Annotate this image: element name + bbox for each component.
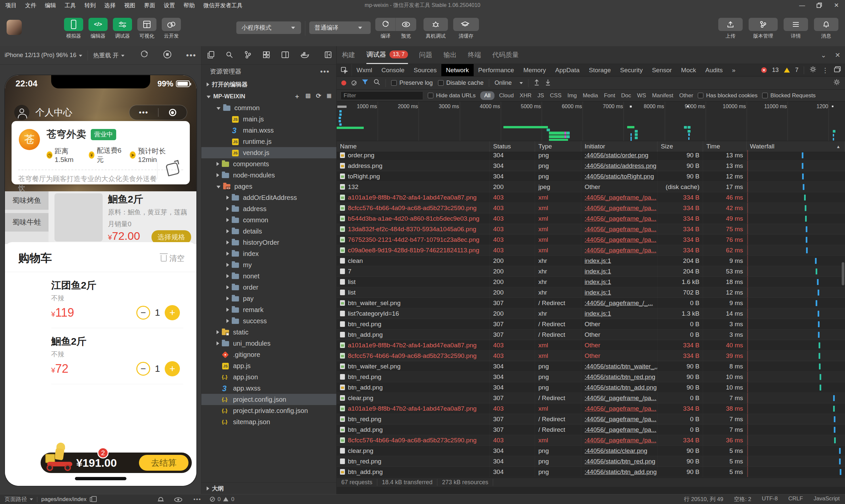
- source-control-icon[interactable]: [244, 51, 251, 60]
- initiator-link[interactable]: :44056/static/toRight.png: [584, 173, 654, 180]
- menu-item-选择[interactable]: 选择: [104, 2, 116, 9]
- devtools-tab-代码质量[interactable]: 代码质量: [492, 46, 519, 64]
- filter-input[interactable]: Filter: [341, 91, 423, 100]
- tree-item-uni_modules[interactable]: uni_modules: [201, 338, 336, 349]
- hide-data-urls-checkbox[interactable]: Hide data URLs: [428, 92, 476, 99]
- compile-button[interactable]: 编译: [375, 18, 396, 39]
- devtools-tab-调试器[interactable]: 调试器13, 7: [366, 46, 408, 64]
- collapse-devtools-icon[interactable]: ⌄: [821, 51, 826, 59]
- subtab-appdata[interactable]: AppData: [550, 64, 584, 76]
- filter-type-xhr[interactable]: XHR: [520, 92, 531, 99]
- clear-icon[interactable]: [352, 80, 356, 86]
- search-icon[interactable]: [226, 51, 233, 60]
- language-mode[interactable]: JavaScript: [814, 496, 840, 503]
- tree-item-address[interactable]: address: [201, 203, 336, 214]
- subtab-network[interactable]: Network: [441, 64, 474, 76]
- inspect-icon[interactable]: [337, 64, 352, 76]
- menu-item-视图[interactable]: 视图: [124, 2, 135, 9]
- messages-button[interactable]: 消息: [814, 18, 839, 39]
- compile-mode-select[interactable]: 普通编译: [309, 21, 371, 34]
- filter-type-img[interactable]: Img: [567, 92, 577, 99]
- subtab-mock[interactable]: Mock: [676, 64, 700, 76]
- restart-icon[interactable]: [141, 51, 148, 60]
- network-request-row[interactable]: a101a1e9-8f8b-47b2-afa4-1abd47ea0a87.png…: [337, 340, 845, 350]
- network-request-row[interactable]: clear.png307/ Redirect:44056/_pageframe_…: [337, 393, 845, 403]
- docker-icon[interactable]: [300, 52, 310, 59]
- decrease-qty-button[interactable]: −: [136, 306, 150, 320]
- network-overview-timeline[interactable]: 1000 ms2000 ms3000 ms4000 ms5000 ms6000 …: [337, 102, 845, 141]
- filter-type-cloud[interactable]: Cloud: [499, 92, 514, 99]
- tree-item-vendor.js[interactable]: JSvendor.js: [201, 147, 336, 158]
- initiator-link[interactable]: :44056/static/btn_add.png: [584, 384, 657, 391]
- devtools-tab-输出[interactable]: 输出: [444, 46, 457, 64]
- initiator-link[interactable]: :44056/static/btn_waiter_...: [584, 363, 657, 370]
- network-request-row[interactable]: 8cfcc576-4b66-4a09-ac68-ad5b273c2590.png…: [337, 435, 845, 446]
- category-item[interactable]: 蜀味牛蛙: [5, 213, 49, 232]
- filter-icon[interactable]: [362, 79, 368, 87]
- tree-item-node-modules[interactable]: node-modules: [201, 169, 336, 181]
- tree-item-sitemap.json[interactable]: {..}sitemap.json: [201, 416, 336, 428]
- network-request-row[interactable]: btn_add.png304png:44056/static/btn_add.p…: [337, 382, 845, 393]
- initiator-link[interactable]: :44056/_pageframe_/pa...: [584, 236, 656, 244]
- tree-item-common[interactable]: common: [201, 214, 336, 226]
- network-request-row[interactable]: btn_add.png307/ RedirectOther0 B3 ms: [337, 329, 845, 340]
- more-icon[interactable]: •••: [186, 51, 196, 60]
- tree-item-addOrEditAddress[interactable]: addOrEditAddress: [201, 192, 336, 203]
- initiator-link[interactable]: :44056/_pageframe_/pa...: [584, 437, 656, 444]
- checkout-button[interactable]: 去结算: [139, 455, 189, 471]
- visualize-button[interactable]: 可视化: [136, 18, 158, 39]
- tree-item-order[interactable]: order: [201, 282, 336, 293]
- preview-button[interactable]: 预览: [396, 18, 416, 39]
- problems-indicator[interactable]: 0 0: [210, 496, 234, 503]
- tree-item-main.wxss[interactable]: 3main.wxss: [201, 125, 336, 136]
- initiator-link[interactable]: :44056/_pageframe_/pa...: [584, 395, 656, 402]
- dock-side-icon[interactable]: [834, 66, 841, 74]
- throttling-select[interactable]: Online: [494, 79, 523, 86]
- network-request-row[interactable]: 76752350-2121-44d2-b477-10791c23a8ec.png…: [337, 235, 845, 245]
- initiator-link[interactable]: index.js:1: [584, 310, 611, 317]
- network-request-row[interactable]: 132200jpegOther(disk cache)17 ms: [337, 182, 845, 192]
- network-request-row[interactable]: a101a1e9-8f8b-47b2-afa4-1abd47ea0a87.png…: [337, 403, 845, 414]
- phone-call-icon[interactable]: [165, 162, 180, 177]
- tree-item-index[interactable]: index: [201, 248, 336, 259]
- category-item[interactable]: 蜀味烤鱼: [5, 191, 49, 210]
- network-request-row[interactable]: 13da832f-ef2c-484d-8370-5934a1045a06.png…: [337, 224, 845, 235]
- initiator-link[interactable]: :44056/_pageframe_/pa...: [584, 226, 656, 233]
- close-capsule-icon[interactable]: [158, 109, 187, 116]
- menu-item-项目[interactable]: 项目: [5, 2, 17, 9]
- tree-item-pages[interactable]: <>pages: [201, 181, 336, 192]
- more-icon[interactable]: •••: [129, 108, 158, 117]
- network-request-row[interactable]: 8cfcc576-4b66-4a09-ac68-ad5b273c2590.png…: [337, 350, 845, 361]
- initiator-link[interactable]: :44056/static/clear.png: [584, 447, 647, 454]
- tree-item-app.js[interactable]: JSapp.js: [201, 360, 336, 372]
- initiator-link[interactable]: :44056/_pageframe_/pa...: [584, 204, 656, 212]
- collapse-panel-icon[interactable]: [324, 51, 332, 60]
- initiator-link[interactable]: :44056/static/btn_add.png: [584, 468, 657, 475]
- search-icon[interactable]: [374, 79, 380, 87]
- cloud-dev-button[interactable]: 云开发: [160, 18, 182, 39]
- tree-item-app.wxss[interactable]: 3app.wxss: [201, 383, 336, 394]
- network-request-row[interactable]: clean200xhrindex.js:1204 B9 ms: [337, 256, 845, 266]
- network-request-row[interactable]: list?categoryId=16200xhrindex.js:11.3 kB…: [337, 308, 845, 319]
- mode-select[interactable]: 小程序模式: [236, 21, 301, 34]
- device-select[interactable]: iPhone 12/13 (Pro) 96% 16: [5, 52, 76, 59]
- network-request-row[interactable]: btn_red.png304png:44056/static/btn_red.p…: [337, 456, 845, 467]
- filter-type-media[interactable]: Media: [583, 92, 598, 99]
- network-request-row[interactable]: list200xhrindex.js:11.6 kB18 ms: [337, 277, 845, 287]
- increase-qty-button[interactable]: +: [165, 305, 180, 320]
- more-icon[interactable]: •••: [320, 67, 330, 76]
- network-request-row[interactable]: 7200xhrindex.js:1204 B53 ms: [337, 266, 845, 277]
- new-file-icon[interactable]: ＋: [294, 92, 300, 101]
- avatar[interactable]: [6, 20, 22, 35]
- network-request-row[interactable]: clear.png304png:44056/static/clear.png90…: [337, 446, 845, 456]
- network-request-row[interactable]: btn_add.png307/ Redirect:44056/_pagefram…: [337, 425, 845, 435]
- initiator-link[interactable]: index.js:1: [584, 289, 611, 296]
- subtab-sources[interactable]: Sources: [409, 64, 441, 76]
- network-request-row[interactable]: btn_waiter_sel.png307/ Redirect:44056/_p…: [337, 298, 845, 308]
- open-editors-section[interactable]: 打开的编辑器: [201, 78, 336, 90]
- subtab-wxml[interactable]: Wxml: [352, 64, 376, 76]
- menu-item-文件[interactable]: 文件: [25, 2, 36, 9]
- tree-item-nonet[interactable]: nonet: [201, 270, 336, 282]
- initiator-link[interactable]: :44056/_pageframe_/_...: [584, 300, 653, 307]
- refresh-icon[interactable]: ⟳: [316, 92, 321, 101]
